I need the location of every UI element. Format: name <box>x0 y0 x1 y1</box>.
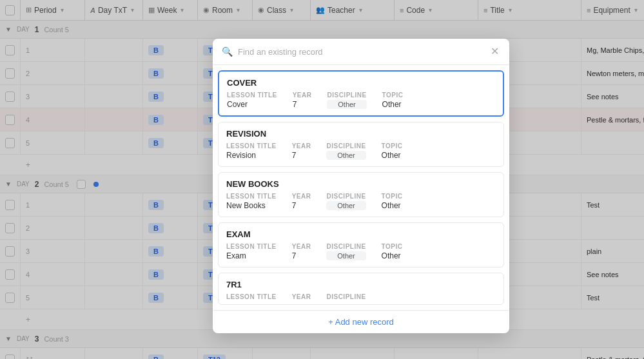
add-new-record-button[interactable]: + Add new record <box>328 317 394 327</box>
record-card-new-books-fields: LESSON TITLE New Books YEAR 7 DISCIPLINE… <box>226 193 496 210</box>
modal-close-button[interactable]: ✕ <box>489 45 500 58</box>
search-input[interactable] <box>238 47 484 57</box>
modal-overlay[interactable]: 🔍 ✕ COVER LESSON TITLE Cover YEAR 7 <box>0 0 644 359</box>
record-card-cover-fields: LESSON TITLE Cover YEAR 7 DISCIPLINE Oth… <box>227 92 495 109</box>
record-card-exam[interactable]: EXAM LESSON TITLE Exam YEAR 7 DISCIPLINE… <box>218 222 504 267</box>
record-card-cover-title: COVER <box>227 78 495 88</box>
record-card-revision-fields: LESSON TITLE Revision YEAR 7 DISCIPLINE … <box>226 142 496 160</box>
record-card-7r1-fields: LESSON TITLE YEAR DISCIPLINE <box>226 293 496 300</box>
record-card-cover[interactable]: COVER LESSON TITLE Cover YEAR 7 DISCIPLI… <box>218 70 504 117</box>
find-record-modal: 🔍 ✕ COVER LESSON TITLE Cover YEAR 7 <box>213 39 509 333</box>
record-card-new-books-title: NEW BOOKS <box>226 179 496 189</box>
record-card-revision[interactable]: REVISION LESSON TITLE Revision YEAR 7 DI… <box>218 122 504 167</box>
record-card-7r1-title: 7R1 <box>226 280 496 289</box>
record-card-exam-title: EXAM <box>226 229 496 239</box>
modal-search-bar: 🔍 ✕ <box>213 39 509 65</box>
record-card-revision-title: REVISION <box>226 129 496 139</box>
record-card-7r1[interactable]: 7R1 LESSON TITLE YEAR DISCIPLINE <box>218 273 504 305</box>
modal-record-list: COVER LESSON TITLE Cover YEAR 7 DISCIPLI… <box>213 65 509 310</box>
search-icon: 🔍 <box>222 46 233 57</box>
record-card-new-books[interactable]: NEW BOOKS LESSON TITLE New Books YEAR 7 … <box>218 172 504 217</box>
modal-footer: + Add new record <box>213 310 509 333</box>
record-card-exam-fields: LESSON TITLE Exam YEAR 7 DISCIPLINE Othe… <box>226 243 496 260</box>
